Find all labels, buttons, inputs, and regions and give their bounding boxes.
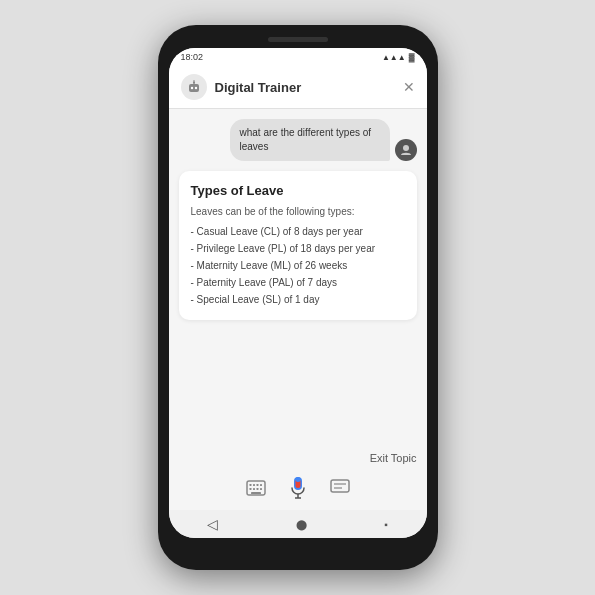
user-message-wrapper: what are the different types of leaves (179, 119, 417, 161)
user-message-bubble: what are the different types of leaves (230, 119, 390, 161)
svg-rect-9 (256, 484, 258, 486)
home-nav-icon[interactable]: ⬤ (296, 519, 307, 530)
phone-frame: 18:02 ▲▲▲ ▓ Digital Trainer ✕ (158, 25, 438, 570)
chat-footer: Exit Topic (169, 444, 427, 510)
svg-rect-15 (251, 492, 261, 494)
svg-rect-13 (256, 488, 258, 490)
chat-header: Digital Trainer ✕ (169, 66, 427, 109)
text-icon-button[interactable] (326, 474, 354, 502)
header-title: Digital Trainer (215, 80, 395, 95)
list-item: - Privilege Leave (PL) of 18 days per ye… (191, 240, 405, 257)
leave-list: - Casual Leave (CL) of 8 days per year -… (191, 223, 405, 308)
list-item: - Special Leave (SL) of 1 day (191, 291, 405, 308)
status-time: 18:02 (181, 52, 204, 62)
user-avatar (395, 139, 417, 161)
list-item: - Paternity Leave (PAL) of 7 days (191, 274, 405, 291)
exit-topic-button[interactable]: Exit Topic (370, 452, 417, 464)
bot-response-card: Types of Leave Leaves can be of the foll… (179, 171, 417, 320)
svg-rect-8 (253, 484, 255, 486)
back-nav-icon[interactable]: ◁ (207, 516, 218, 532)
svg-point-5 (403, 145, 409, 151)
microphone-icon-button[interactable] (284, 474, 312, 502)
chat-area: what are the different types of leaves T… (169, 109, 427, 444)
card-title: Types of Leave (191, 183, 405, 198)
signal-icon: ▲▲▲ (382, 53, 406, 62)
svg-rect-18 (295, 477, 300, 482)
svg-rect-11 (249, 488, 251, 490)
list-item: - Maternity Leave (ML) of 26 weeks (191, 257, 405, 274)
exit-topic-row: Exit Topic (179, 452, 417, 464)
input-toolbar (179, 470, 417, 506)
card-intro-text: Leaves can be of the following types: (191, 206, 405, 217)
svg-point-1 (190, 87, 192, 89)
status-icons: ▲▲▲ ▓ (382, 53, 415, 62)
phone-screen: 18:02 ▲▲▲ ▓ Digital Trainer ✕ (169, 48, 427, 538)
svg-rect-7 (249, 484, 251, 486)
svg-rect-0 (189, 84, 199, 92)
close-button[interactable]: ✕ (403, 79, 415, 95)
svg-point-2 (194, 87, 196, 89)
recent-nav-icon[interactable]: ▪ (384, 519, 388, 530)
nav-bar: ◁ ⬤ ▪ (169, 510, 427, 538)
svg-rect-21 (331, 480, 349, 492)
keyboard-icon-button[interactable] (242, 474, 270, 502)
svg-rect-10 (260, 484, 262, 486)
phone-speaker (268, 37, 328, 42)
status-bar: 18:02 ▲▲▲ ▓ (169, 48, 427, 66)
svg-point-4 (193, 80, 195, 82)
svg-rect-14 (260, 488, 262, 490)
list-item: - Casual Leave (CL) of 8 days per year (191, 223, 405, 240)
battery-icon: ▓ (409, 53, 415, 62)
bot-avatar (181, 74, 207, 100)
svg-rect-12 (253, 488, 255, 490)
